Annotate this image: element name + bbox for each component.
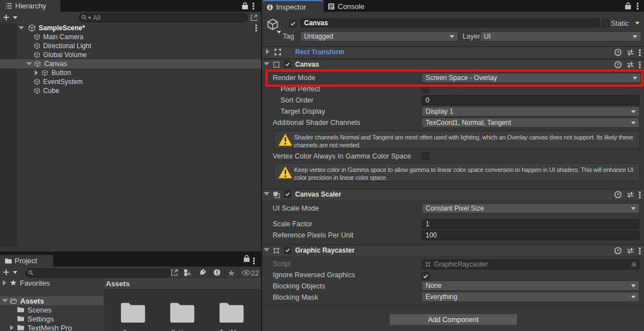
svg-text:?: ? bbox=[617, 62, 619, 67]
svg-text:?: ? bbox=[617, 192, 619, 197]
svg-text:?: ? bbox=[617, 248, 619, 253]
svg-text:?: ? bbox=[617, 50, 619, 55]
